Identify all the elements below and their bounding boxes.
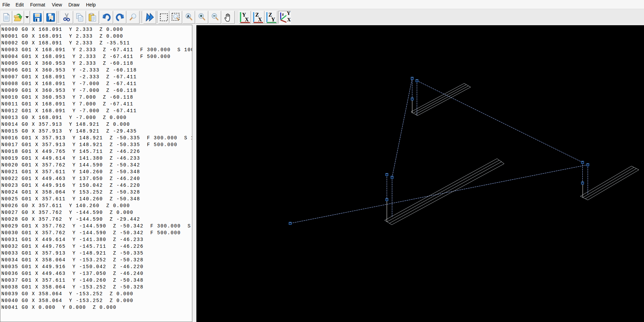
svg-text:Y: Y <box>271 17 275 22</box>
svg-text:X: X <box>245 17 249 22</box>
svg-text:X: X <box>287 17 291 22</box>
svg-text:Y: Y <box>287 12 291 16</box>
svg-text:z: z <box>282 12 284 17</box>
svg-text:A: A <box>187 14 190 18</box>
svg-text:X: X <box>258 17 262 22</box>
